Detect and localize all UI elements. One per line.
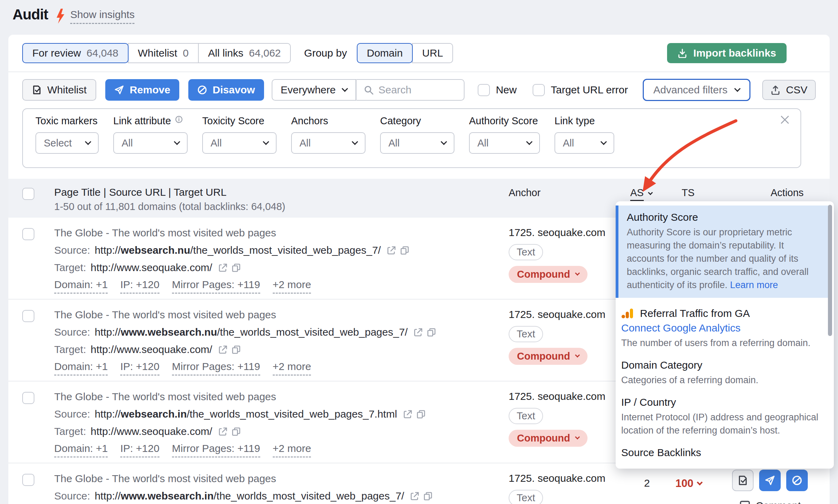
ip-marker[interactable]: IP: +120 bbox=[120, 279, 159, 294]
tab-all-links[interactable]: All links 64,062 bbox=[198, 43, 291, 63]
select-value: Select bbox=[44, 137, 72, 149]
row-checkbox[interactable] bbox=[22, 228, 34, 240]
tooltip-scrollbar[interactable] bbox=[828, 205, 832, 336]
copy-icon[interactable] bbox=[400, 245, 410, 255]
disavow-action-button[interactable] bbox=[786, 470, 808, 491]
tab-label: All links bbox=[208, 47, 244, 59]
page-title: Audit bbox=[13, 6, 48, 23]
whitelist-action-button[interactable] bbox=[732, 470, 754, 491]
filter-label: Link attribute bbox=[113, 115, 171, 127]
comment-button[interactable]: Comment bbox=[739, 500, 801, 504]
target-url-error-checkbox[interactable] bbox=[533, 84, 545, 96]
info-icon[interactable] bbox=[175, 116, 183, 123]
toggle-label: URL bbox=[422, 47, 443, 59]
copy-icon[interactable] bbox=[231, 427, 241, 436]
remove-action-button[interactable] bbox=[759, 470, 781, 491]
target-url-line: Target: http://www.seoquake.com/ bbox=[54, 261, 410, 274]
anchor-type-badge: Text bbox=[509, 408, 543, 424]
mirror-pages-marker[interactable]: Mirror Pages: +119 bbox=[172, 361, 260, 376]
chevron-down-icon bbox=[734, 85, 740, 92]
import-backlinks-button[interactable]: Import backlinks bbox=[667, 43, 787, 63]
category-select[interactable]: All bbox=[380, 132, 454, 154]
source-label: Source: bbox=[54, 326, 90, 338]
more-markers[interactable]: +2 more bbox=[273, 443, 311, 457]
row-checkbox[interactable] bbox=[22, 310, 34, 322]
toxic-markers-select[interactable]: Select bbox=[35, 132, 99, 154]
mirror-pages-marker[interactable]: Mirror Pages: +119 bbox=[172, 279, 260, 294]
tab-label: For review bbox=[32, 47, 81, 59]
copy-icon[interactable] bbox=[423, 491, 433, 501]
search-scope-select[interactable]: Everywhere bbox=[272, 79, 356, 101]
anchor-cell: 1725. seoquake.com Text Compound bbox=[509, 227, 606, 283]
external-link-icon[interactable] bbox=[387, 245, 396, 255]
link-type-select[interactable]: All bbox=[554, 132, 614, 154]
domain-marker[interactable]: Domain: +1 bbox=[54, 361, 108, 376]
chevron-down-icon bbox=[352, 138, 358, 145]
domain-marker[interactable]: Domain: +1 bbox=[54, 443, 108, 457]
select-value: All bbox=[563, 137, 574, 149]
anchor-text: 1725. seoquake.com bbox=[509, 227, 606, 238]
mirror-pages-marker[interactable]: Mirror Pages: +119 bbox=[172, 443, 260, 457]
source-label: Source: bbox=[54, 244, 90, 256]
new-checkbox[interactable] bbox=[478, 84, 490, 96]
remove-button[interactable]: Remove bbox=[105, 79, 179, 101]
group-by-url[interactable]: URL bbox=[412, 43, 453, 63]
copy-icon[interactable] bbox=[416, 409, 426, 419]
external-link-icon[interactable] bbox=[218, 345, 228, 354]
select-value: All bbox=[122, 137, 133, 149]
copy-icon[interactable] bbox=[427, 327, 436, 337]
link-attribute-select[interactable]: All bbox=[113, 132, 188, 154]
more-markers[interactable]: +2 more bbox=[273, 279, 311, 294]
domain-marker[interactable]: Domain: +1 bbox=[54, 279, 108, 294]
chevron-down-icon bbox=[648, 190, 653, 195]
table-row: The Globe - The world's most visited web… bbox=[8, 463, 830, 504]
advanced-filters-button[interactable]: Advanced filters bbox=[643, 79, 750, 101]
search-input[interactable] bbox=[378, 84, 457, 96]
row-checkbox[interactable] bbox=[22, 474, 34, 486]
select-all-checkbox[interactable] bbox=[22, 188, 34, 200]
toxicity-score-select[interactable]: All bbox=[202, 132, 277, 154]
tooltip-body: The number of users from a referring dom… bbox=[621, 336, 825, 350]
external-link-icon[interactable] bbox=[410, 491, 420, 501]
page-title: The Globe - The world's most visited web… bbox=[54, 309, 436, 321]
tab-count: 64,062 bbox=[249, 47, 281, 59]
show-insights[interactable]: Show insights bbox=[56, 8, 134, 24]
column-header-main: Page Title | Source URL | Target URL bbox=[54, 186, 227, 198]
group-by-domain[interactable]: Domain bbox=[357, 43, 413, 63]
copy-icon[interactable] bbox=[231, 345, 241, 354]
csv-export-button[interactable]: CSV bbox=[762, 80, 816, 100]
external-link-icon[interactable] bbox=[218, 427, 228, 436]
row-checkbox[interactable] bbox=[22, 392, 34, 404]
ip-marker[interactable]: IP: +120 bbox=[120, 443, 159, 457]
external-link-icon[interactable] bbox=[218, 263, 228, 272]
advanced-filters-label: Advanced filters bbox=[654, 84, 728, 96]
compound-badge[interactable]: Compound bbox=[509, 430, 588, 447]
compound-badge[interactable]: Compound bbox=[509, 348, 588, 365]
lightning-icon bbox=[56, 8, 65, 24]
external-link-icon[interactable] bbox=[413, 327, 423, 337]
close-icon[interactable] bbox=[780, 115, 789, 124]
csv-label: CSV bbox=[786, 84, 807, 96]
copy-icon[interactable] bbox=[231, 263, 241, 272]
anchors-select[interactable]: All bbox=[291, 132, 365, 154]
tab-for-review[interactable]: For review 64,048 bbox=[22, 43, 129, 63]
download-icon bbox=[677, 48, 687, 58]
column-header-as[interactable]: AS bbox=[630, 187, 652, 201]
whitelist-button[interactable]: Whitelist bbox=[22, 79, 96, 101]
learn-more-link[interactable]: Learn more bbox=[730, 280, 778, 290]
more-markers[interactable]: +2 more bbox=[273, 361, 311, 376]
external-link-icon[interactable] bbox=[403, 409, 413, 419]
tab-whitelist[interactable]: Whitelist 0 bbox=[128, 43, 199, 63]
disavow-button[interactable]: Disavow bbox=[188, 79, 264, 101]
tooltip-title: Domain Category bbox=[621, 359, 825, 372]
compound-badge[interactable]: Compound bbox=[509, 266, 588, 283]
connect-google-analytics-link[interactable]: Connect Google Analytics bbox=[621, 321, 825, 335]
show-insights-label[interactable]: Show insights bbox=[70, 9, 134, 24]
filter-category: Category All bbox=[380, 115, 454, 154]
authority-score-select[interactable]: All bbox=[469, 132, 540, 154]
toxicity-score-value[interactable]: 100 bbox=[675, 477, 702, 490]
ip-marker[interactable]: IP: +120 bbox=[120, 361, 159, 376]
target-url-line: Target: http://www.seoquake.com/ bbox=[54, 343, 436, 355]
row-actions bbox=[732, 470, 808, 491]
column-header-actions: Actions bbox=[771, 187, 804, 199]
